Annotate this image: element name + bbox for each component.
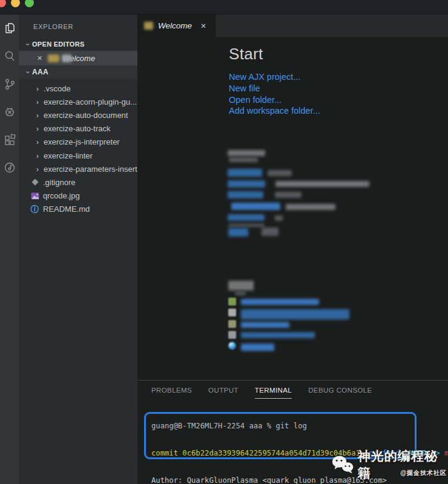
debug-icon[interactable] [0,98,19,126]
chevron-down-icon: › [24,40,33,48]
info-file-icon: ⓘ [30,204,39,214]
start-heading: Start [229,45,320,64]
link-new-file[interactable]: New file [229,83,320,94]
redacted-help-link[interactable] [241,309,349,319]
extensions-icon[interactable] [0,126,19,154]
redacted-recent-subtitle [229,157,258,162]
maximize-window-button[interactable] [25,0,34,7]
tree-item-label: exercize-auto-document [44,111,128,120]
close-tab-icon[interactable]: ✕ [200,22,206,30]
chevron-right-icon: › [33,137,42,146]
redacted-blur [228,224,265,227]
tree-item-linter[interactable]: ›exercize-linter [19,149,137,162]
redacted-recent-path [286,204,335,210]
redacted-tab-icon [144,22,153,30]
welcome-start-section: Start New AJX project... New file Open f… [229,45,320,117]
tree-item-label: .vscode [44,84,71,93]
redacted-help-icon [228,309,236,316]
tree-item-label: .gitignore [43,178,75,187]
redacted-file-icon [48,54,59,62]
close-editor-icon[interactable]: ✕ [37,54,42,62]
tree-item-label: exercize-js-interpreter [44,137,120,146]
panel-tab-bar: PROBLEMS OUTPUT TERMINAL DEBUG CONSOLE [138,381,448,397]
link-open-folder[interactable]: Open folder... [229,94,320,106]
tree-item-label: exercize-linter [44,151,93,160]
tree-item-label: exercize-parameters-insert [44,165,137,174]
open-editors-header[interactable]: › OPEN EDITORS [19,38,137,51]
tab-welcome[interactable]: Welcome ✕ [138,15,216,37]
redacted-recent-title [228,150,265,156]
redacted-recent-link[interactable] [228,169,262,177]
wechat-icon [332,455,354,474]
chevron-right-icon: › [33,97,42,106]
section-label: AAA [32,68,48,76]
tree-item-readme[interactable]: ⓘREADME.md [19,203,137,216]
tree-item-acorn-plugin[interactable]: ›exercize-acorn-plugin-gu... [19,95,137,108]
activity-bar [0,15,19,484]
notes-extension-icon[interactable] [0,154,19,182]
chevron-right-icon: › [33,84,42,93]
redacted-help-icon [228,298,236,306]
tree-item-label: exercize-auto-track [44,124,111,133]
sidebar-title: EXPLORER [19,15,137,38]
redacted-help-link[interactable] [241,299,319,305]
redacted-help-link[interactable] [241,344,274,351]
tree-item-vscode[interactable]: ›.vscode [19,82,137,95]
tree-item-auto-document[interactable]: ›exercize-auto-document [19,108,137,122]
search-icon[interactable] [0,42,19,70]
redacted-recent-link[interactable] [228,214,265,221]
redacted-help-icon [228,320,236,328]
redacted-blur [262,227,278,236]
image-file-icon [30,191,39,200]
chevron-right-icon: › [33,165,42,174]
open-editors-label: OPEN EDITORS [32,41,85,48]
tab-output[interactable]: OUTPUT [208,387,239,397]
tree-item-label: qrcode.jpg [43,191,80,200]
redacted-blur [62,54,71,62]
link-new-ajx-project[interactable]: New AJX project... [229,71,320,83]
minimize-window-button[interactable] [11,0,20,7]
redacted-recent-link[interactable] [228,191,263,198]
redacted-recent-path [268,170,292,176]
title-bar [0,0,448,15]
tree-item-auto-track[interactable]: ›exercize-auto-track [19,122,137,136]
tab-debug-console[interactable]: DEBUG CONSOLE [308,387,372,397]
tab-terminal[interactable]: TERMINAL [255,387,292,397]
tree-item-gitignore[interactable]: .gitignore [19,175,137,189]
redacted-recent-path [275,181,369,187]
open-editor-item-welcome[interactable]: ✕ Welcome [19,51,137,65]
source-control-icon[interactable] [0,70,19,98]
chevron-right-icon: › [33,111,42,120]
editor-group: Welcome ✕ Start New AJX project... New f… [138,15,448,380]
file-tree: ›.vscode ›exercize-acorn-plugin-gu... ›e… [19,82,137,216]
redacted-recent-link[interactable] [228,228,248,237]
redacted-recent-link[interactable] [228,180,265,188]
redacted-recent-path [275,215,283,221]
tree-item-js-interpreter[interactable]: ›exercize-js-interpreter [19,136,137,149]
redacted-recent-link[interactable] [231,203,280,210]
git-file-icon [30,178,39,187]
chevron-right-icon: › [33,124,42,133]
close-window-button[interactable] [0,0,6,7]
tree-item-qrcode[interactable]: qrcode.jpg [19,189,137,203]
terminal-command-line: guang@B-TM26ML7H-2254 aaa % git log [151,422,447,431]
redacted-recent-path [275,192,301,198]
explorer-icon[interactable] [0,15,19,42]
folder-section-header[interactable]: › AAA [19,65,137,79]
globe-icon [228,342,236,350]
vscode-window: EXPLORER › OPEN EDITORS ✕ Welcome › AAA … [0,0,448,484]
tab-problems[interactable]: PROBLEMS [151,387,192,397]
redacted-help-title [228,281,254,290]
link-add-workspace-folder[interactable]: Add workspace folder... [229,105,320,117]
tree-item-label: README.md [43,204,90,214]
tab-label: Welcome [158,21,192,30]
tree-item-label: exercize-acorn-plugin-gu... [44,97,137,106]
watermark-subtitle: @掘金技术社区 [377,469,447,477]
redacted-help-link[interactable] [241,332,315,338]
redacted-help-link[interactable] [241,322,289,328]
chevron-down-icon: › [24,68,33,76]
sidebar-explorer: EXPLORER › OPEN EDITORS ✕ Welcome › AAA … [19,15,138,484]
redacted-help-subtitle [235,292,246,295]
tree-item-parameters-insert[interactable]: ›exercize-parameters-insert [19,162,137,175]
tab-bar: Welcome ✕ [138,15,448,37]
